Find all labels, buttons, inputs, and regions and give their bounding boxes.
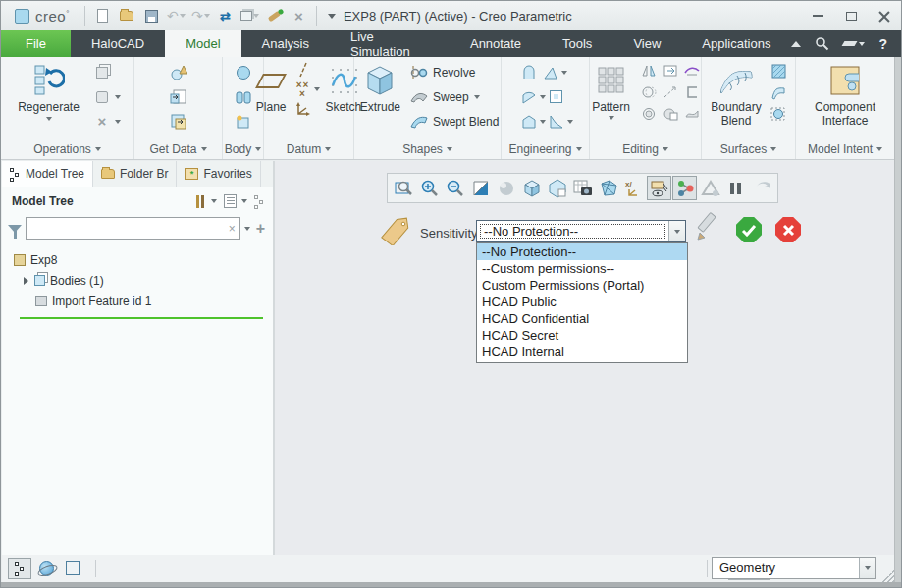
extend-icon[interactable] xyxy=(681,81,703,103)
refit-icon[interactable] xyxy=(392,176,416,200)
tab-analysis[interactable]: Analysis xyxy=(241,30,330,57)
import-icon[interactable] xyxy=(168,86,189,108)
full-screen-icon[interactable] xyxy=(61,558,84,579)
chamfer-icon[interactable] xyxy=(518,111,540,133)
dropdown-option[interactable]: Custom Permissions (Portal) xyxy=(477,277,687,294)
save-icon[interactable] xyxy=(139,5,164,27)
dropdown-option[interactable]: --No Protection-- xyxy=(477,243,687,260)
resize-grip[interactable] xyxy=(882,570,894,582)
tab-live-simulation[interactable]: Live Simulation xyxy=(330,30,450,57)
new-body-icon[interactable] xyxy=(233,62,254,83)
repaint-icon[interactable] xyxy=(468,176,493,200)
clear-filter-icon[interactable]: × xyxy=(225,222,239,236)
project-icon[interactable] xyxy=(660,81,681,103)
trim-icon[interactable] xyxy=(681,60,703,81)
tab-model-tree[interactable]: Model Tree xyxy=(2,161,93,187)
body-copy-icon[interactable] xyxy=(233,111,254,133)
tree-filter-input[interactable]: × xyxy=(26,217,240,240)
zoom-out-icon[interactable] xyxy=(443,176,467,200)
display-style-icon[interactable] xyxy=(519,176,544,200)
graphics-area[interactable]: x/ Sensitivity --No Protection-- xyxy=(275,161,894,555)
component-interface-button[interactable]: Component Interface xyxy=(806,60,884,129)
selection-filter-arrow[interactable] xyxy=(859,558,875,578)
tree-settings-icon[interactable] xyxy=(222,192,249,210)
shrinkwrap-icon[interactable] xyxy=(168,111,189,133)
zoom-in-icon[interactable] xyxy=(417,176,442,200)
tree-tools-icon[interactable] xyxy=(192,193,219,210)
regenerate-button[interactable]: Regenerate xyxy=(14,60,83,122)
show-dragger-icon[interactable] xyxy=(672,176,697,200)
expand-arrow-icon[interactable] xyxy=(24,277,28,285)
web-browser-icon[interactable] xyxy=(34,558,58,579)
saved-orientations-icon[interactable] xyxy=(545,176,569,200)
group-label-get-data[interactable]: Get Data xyxy=(134,138,222,159)
merge-icon[interactable] xyxy=(660,60,681,81)
sweep-button[interactable]: Sweep xyxy=(408,84,499,109)
axis-icon[interactable] xyxy=(292,59,314,80)
ok-button[interactable] xyxy=(736,217,762,242)
group-label-operations[interactable]: Operations xyxy=(1,138,133,159)
dropdown-option[interactable]: HCAD Secret xyxy=(477,327,687,344)
filter-icon[interactable] xyxy=(8,225,22,233)
tree-show-icon[interactable] xyxy=(252,193,267,210)
tab-favorites[interactable]: * Favorites xyxy=(177,161,260,187)
regenerate-list-icon[interactable]: ⇄ xyxy=(213,5,238,27)
erase-not-displayed-icon[interactable] xyxy=(262,5,287,27)
close-window-icon[interactable]: × xyxy=(287,5,311,27)
add-filter-icon[interactable]: + xyxy=(254,220,267,238)
offset-icon[interactable] xyxy=(638,81,660,103)
tree-item-part[interactable]: Exp8 xyxy=(12,249,273,270)
group-label-engineering[interactable]: Engineering xyxy=(502,138,589,159)
group-label-surfaces[interactable]: Surfaces xyxy=(702,138,795,159)
surface-solidify-icon[interactable] xyxy=(768,103,789,125)
analysis-display-icon[interactable] xyxy=(698,176,722,200)
group-label-datum[interactable]: Datum xyxy=(264,138,353,159)
user-defined-feature-icon[interactable] xyxy=(168,62,189,83)
tree-filter-field[interactable] xyxy=(27,218,225,239)
filter-history-caret[interactable] xyxy=(244,227,250,231)
selection-filter-combobox[interactable]: Geometry xyxy=(712,557,876,579)
tab-annotate[interactable]: Annotate xyxy=(450,30,542,57)
tab-applications[interactable]: Applications xyxy=(681,30,791,57)
undo-icon[interactable]: ↶ xyxy=(164,5,188,27)
shading-style-icon[interactable] xyxy=(494,176,518,200)
tab-tools[interactable]: Tools xyxy=(542,30,612,57)
dropdown-option[interactable]: HCAD Confidential xyxy=(477,310,687,327)
draft-icon[interactable] xyxy=(540,62,561,83)
open-file-icon[interactable] xyxy=(115,5,139,27)
warp-icon[interactable] xyxy=(681,103,703,125)
plane-button[interactable]: Plane xyxy=(252,60,291,115)
boundary-blend-button[interactable]: Boundary Blend xyxy=(708,60,765,129)
close-button[interactable] xyxy=(868,1,901,30)
annotation-display-icon[interactable] xyxy=(647,176,671,200)
tab-view[interactable]: View xyxy=(612,30,681,57)
windows-icon[interactable] xyxy=(238,5,262,27)
toggle-navigator-icon[interactable] xyxy=(8,558,31,579)
round-icon[interactable] xyxy=(518,86,540,108)
dropdown-option[interactable]: HCAD Public xyxy=(477,294,687,310)
group-label-shapes[interactable]: Shapes xyxy=(354,138,501,159)
tab-folder-browser[interactable]: Folder Br xyxy=(93,161,177,187)
view-manager-icon[interactable] xyxy=(596,176,620,200)
tab-halocad[interactable]: HaloCAD xyxy=(71,30,165,57)
coordinate-system-icon[interactable] xyxy=(292,99,314,121)
point-icon[interactable]: ××× xyxy=(292,79,314,100)
extrude-button[interactable]: Extrude xyxy=(356,60,404,115)
group-label-body[interactable]: Body xyxy=(223,138,263,159)
minimize-button[interactable] xyxy=(801,1,834,30)
paste-icon[interactable] xyxy=(91,86,113,108)
shell-icon[interactable] xyxy=(546,86,567,108)
revolve-button[interactable]: Revolve xyxy=(408,60,499,84)
thicken-icon[interactable] xyxy=(638,103,660,125)
new-file-icon[interactable] xyxy=(90,5,115,27)
insert-here-line[interactable] xyxy=(20,317,263,319)
copy-icon[interactable] xyxy=(91,62,113,83)
maximize-button[interactable] xyxy=(834,1,868,30)
fill-icon[interactable] xyxy=(768,60,789,81)
cancel-button[interactable] xyxy=(775,217,801,242)
redo-icon[interactable]: ↷ xyxy=(188,5,213,27)
group-label-editing[interactable]: Editing xyxy=(590,138,701,159)
rib-icon[interactable] xyxy=(546,111,567,133)
resume-icon[interactable] xyxy=(749,176,773,200)
tab-file[interactable]: File xyxy=(1,30,71,57)
